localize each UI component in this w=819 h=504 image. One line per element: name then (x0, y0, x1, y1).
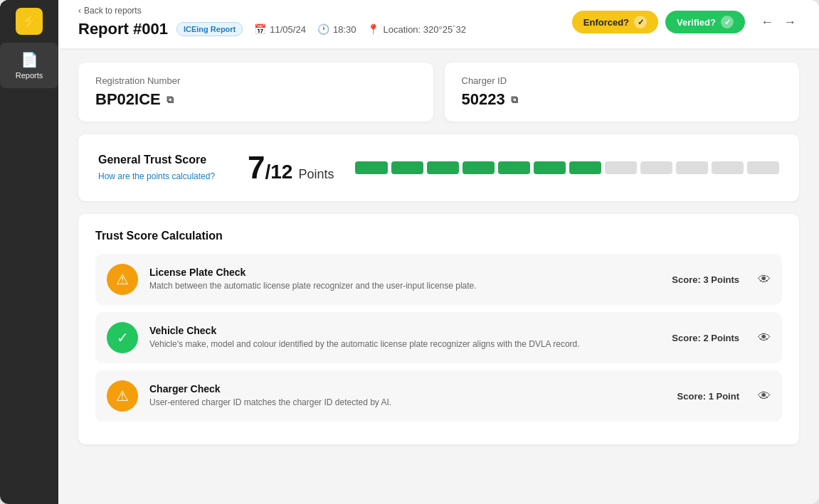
meta-location-value: Location: 320°25´32 (383, 24, 466, 35)
trust-score-link[interactable]: How are the points calculated? (98, 171, 215, 181)
sidebar-logo: ⚡ (0, 0, 58, 43)
nav-arrows: ← → (758, 12, 799, 33)
trust-score-card: General Trust Score How are the points c… (78, 134, 799, 201)
meta-date: 📅 11/05/24 (254, 23, 306, 35)
meta-time-value: 18:30 (333, 24, 356, 35)
progress-segment-2 (391, 161, 423, 174)
progress-segment-6 (534, 161, 566, 174)
license-plate-status-icon: ⚠ (107, 264, 138, 295)
charger-copy-icon[interactable]: ⧉ (511, 94, 518, 106)
trust-score-left: General Trust Score How are the points c… (98, 154, 226, 182)
progress-segment-5 (498, 161, 530, 174)
sidebar-item-reports[interactable]: 📄 Reports (0, 43, 58, 88)
sidebar: ⚡ 📄 Reports (0, 0, 58, 504)
progress-segment-3 (427, 161, 459, 174)
charger-description: User-entered charger ID matches the char… (149, 397, 650, 409)
back-arrow-icon: ‹ (78, 6, 81, 16)
trust-score-inner: General Trust Score How are the points c… (98, 150, 779, 186)
enforced-button[interactable]: Enforced? ✓ (572, 11, 658, 33)
verified-button[interactable]: Verified? ✓ (665, 11, 745, 33)
trust-score-value: 7 (248, 150, 265, 186)
license-plate-view-icon[interactable]: 👁 (758, 272, 771, 287)
app-logo-icon: ⚡ (16, 8, 43, 35)
registration-number: BP02ICE (95, 90, 161, 109)
progress-segment-8 (605, 161, 637, 174)
registration-label: Registration Number (95, 75, 416, 86)
progress-segment-1 (355, 161, 387, 174)
progress-segment-10 (676, 161, 708, 174)
meta-date-value: 11/05/24 (270, 24, 306, 35)
trust-score-calculation-card: Trust Score Calculation ⚠License Plate C… (78, 214, 799, 444)
trust-score-number: 7 / 12 Points (248, 150, 334, 186)
registration-value-row: BP02ICE ⧉ (95, 90, 416, 109)
vehicle-description: Vehicle's make, model and colour identif… (149, 338, 650, 350)
vehicle-status-icon: ✓ (107, 322, 138, 353)
sidebar-item-label: Reports (16, 71, 43, 80)
back-link-label: Back to reports (84, 6, 142, 16)
clock-icon: 🕐 (317, 23, 329, 35)
trust-score-title: General Trust Score (98, 154, 226, 166)
license-plate-description: Match between the automatic license plat… (149, 280, 650, 292)
location-icon: 📍 (367, 23, 379, 35)
next-report-button[interactable]: → (781, 12, 799, 33)
main-content: ‹ Back to reports Report #001 ICEing Rep… (58, 0, 819, 504)
verified-label: Verified? (677, 17, 716, 28)
vehicle-text: Vehicle CheckVehicle's make, model and c… (149, 325, 650, 350)
charger-value-row: 50223 ⧉ (462, 90, 783, 109)
check-item-license-plate: ⚠License Plate CheckMatch between the au… (95, 254, 782, 305)
report-title: Report #001 (78, 20, 168, 38)
reports-icon: 📄 (21, 51, 38, 68)
page-content: Registration Number BP02ICE ⧉ Charger ID… (58, 48, 819, 459)
charger-status-icon: ⚠ (107, 380, 138, 412)
enforced-label: Enforced? (583, 17, 629, 28)
license-plate-name: License Plate Check (149, 267, 650, 278)
check-item-vehicle: ✓Vehicle CheckVehicle's make, model and … (95, 312, 782, 363)
info-cards-row: Registration Number BP02ICE ⧉ Charger ID… (78, 63, 799, 122)
license-plate-text: License Plate CheckMatch between the aut… (149, 267, 650, 292)
calendar-icon: 📅 (254, 23, 266, 35)
vehicle-view-icon[interactable]: 👁 (758, 331, 771, 345)
vehicle-score: Score: 2 Points (661, 333, 739, 343)
trust-score-separator: / (265, 161, 270, 183)
vehicle-name: Vehicle Check (149, 325, 650, 336)
charger-score: Score: 1 Point (661, 391, 739, 402)
progress-segment-4 (463, 161, 495, 174)
meta-time: 🕐 18:30 (317, 23, 356, 35)
progress-segment-7 (569, 161, 601, 174)
back-to-reports-link[interactable]: ‹ Back to reports (78, 6, 466, 16)
report-badge: ICEing Report (176, 22, 243, 36)
charger-card: Charger ID 50223 ⧉ (445, 63, 800, 122)
verified-check-icon: ✓ (721, 16, 734, 28)
registration-copy-icon[interactable]: ⧉ (167, 94, 174, 106)
progress-segment-12 (747, 161, 779, 174)
trust-score-points-label: Points (298, 167, 334, 182)
header-meta: 📅 11/05/24 🕐 18:30 📍 Location: 320°25´32 (254, 23, 466, 35)
prev-report-button[interactable]: ← (758, 12, 776, 33)
enforced-check-icon: ✓ (634, 16, 647, 28)
check-items-list: ⚠License Plate CheckMatch between the au… (95, 254, 782, 422)
charger-text: Charger CheckUser-entered charger ID mat… (149, 383, 650, 409)
calc-title: Trust Score Calculation (95, 230, 782, 242)
meta-location: 📍 Location: 320°25´32 (367, 23, 466, 35)
progress-segment-9 (640, 161, 672, 174)
registration-card: Registration Number BP02ICE ⧉ (78, 63, 433, 122)
charger-label: Charger ID (462, 75, 783, 86)
progress-segment-11 (712, 161, 744, 174)
trust-score-progress-bar (355, 161, 779, 174)
charger-id: 50223 (462, 90, 505, 109)
charger-view-icon[interactable]: 👁 (758, 389, 771, 404)
charger-name: Charger Check (149, 383, 650, 395)
license-plate-score: Score: 3 Points (661, 274, 739, 285)
check-item-charger: ⚠Charger CheckUser-entered charger ID ma… (95, 370, 782, 422)
trust-score-max: 12 (270, 161, 292, 183)
header-actions: Enforced? ✓ Verified? ✓ ← → (572, 11, 799, 33)
